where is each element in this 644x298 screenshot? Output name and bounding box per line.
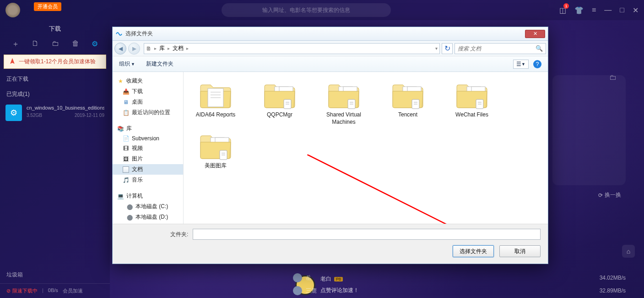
folder-item[interactable]: 美图图库 [188, 129, 243, 171]
folder-icon [198, 131, 233, 160]
trash-section[interactable]: 垃圾箱 [0, 266, 110, 283]
folder-picker-dialog: 选择文件夹 ✕ ◀ ▶ 🗎 ▸ 库 ▸ 文档 ▸ ▾ ↻ 🔍 组织 ▼ 新建文件… [112, 27, 548, 264]
content-card [552, 75, 626, 185]
organize-menu[interactable]: 组织 ▼ [119, 60, 135, 68]
tree-downloads[interactable]: 📥下载 [113, 86, 183, 97]
maximize-icon[interactable]: □ [620, 6, 624, 15]
doc-icon: 🗎 [146, 45, 152, 52]
breadcrumb[interactable]: 🗎 ▸ 库 ▸ 文档 ▸ ▾ [144, 43, 440, 54]
tree-drive-c[interactable]: ⬤本地磁盘 (C:) [113, 201, 183, 212]
folder-item[interactable]: WeChat Files [444, 78, 499, 127]
view-toggle[interactable]: ☰ ▼ [513, 60, 529, 69]
folder-item[interactable]: Tencent [380, 78, 435, 127]
global-search[interactable]: 输入网址、电影名等想要搜索的信息 [222, 3, 391, 17]
forward-button[interactable]: ▶ [128, 43, 140, 55]
dialog-close-button[interactable]: ✕ [525, 30, 545, 38]
folder-label: AIDA64 Reports [196, 111, 236, 119]
download-tab[interactable]: 下载 [0, 20, 110, 36]
file-grid[interactable]: AIDA64 ReportsQQPCMgrShared Virtual Mach… [184, 72, 548, 224]
home-shortcut[interactable]: ⌂ [622, 245, 635, 258]
rocket-icon [9, 58, 16, 66]
iso-icon: ⚙ [5, 105, 22, 121]
folder-item[interactable]: AIDA64 Reports [188, 78, 243, 127]
search-icon[interactable]: 🔍 [536, 45, 543, 52]
folder-label: Shared Virtual Machines [318, 111, 369, 126]
new-folder-button[interactable]: 新建文件夹 [146, 60, 173, 68]
folder-icon [262, 80, 298, 110]
vip-badge[interactable]: 开通会员 [34, 2, 61, 11]
tree-subversion[interactable]: 📄Subversion [113, 134, 183, 143]
downloading-section: 正在下载 [0, 71, 110, 86]
new-file-icon[interactable]: 🗋 [32, 39, 39, 49]
close-app-icon[interactable]: ✕ [633, 6, 639, 15]
back-button[interactable]: ◀ [114, 43, 126, 55]
breadcrumb-item[interactable]: 文档 [173, 44, 184, 52]
tree-desktop[interactable]: 🖥桌面 [113, 97, 183, 107]
folder-label: QQPCMgr [267, 111, 292, 119]
select-folder-button[interactable]: 选择文件夹 [453, 245, 494, 257]
app-icon [115, 30, 123, 38]
peer-name: 三鹿 [306, 287, 317, 295]
tree-computer[interactable]: 💻计算机 [113, 191, 183, 201]
chevron-down-icon[interactable]: ▾ [435, 46, 438, 51]
download-size: 3.52GB [27, 113, 42, 118]
speed-row: 三鹿 32.89MB/s [293, 286, 626, 295]
tree-video[interactable]: 🎞视频 [113, 143, 183, 154]
download-item[interactable]: ⚙ cn_windows_10_business_editions_versio… [0, 101, 110, 125]
folder-icon[interactable]: 🗀 [52, 39, 59, 49]
tree-library[interactable]: 📚库 [113, 123, 183, 134]
speed-limit-status[interactable]: ⊘ 限速下载中 [6, 287, 38, 294]
download-date: 2019-12-11 09 [75, 113, 104, 118]
folder-icon [390, 80, 426, 110]
refresh-button[interactable]: ↻ [442, 43, 453, 54]
dialog-title: 选择文件夹 [125, 30, 153, 38]
user-avatar[interactable] [5, 3, 20, 17]
folder-icon [326, 80, 362, 110]
help-button[interactable]: ? [533, 60, 541, 68]
nav-tree: ★收藏夹 📥下载 🖥桌面 📋最近访问的位置 📚库 📄Subversion 🎞视频… [113, 72, 184, 224]
tree-drive-d[interactable]: ⬤本地磁盘 (D:) [113, 212, 183, 222]
completed-section[interactable]: 已完成(1) [0, 86, 110, 101]
folder-label: Tencent [398, 111, 417, 119]
cancel-button[interactable]: 取消 [499, 245, 541, 257]
folder-label: 美图图库 [205, 162, 227, 170]
promo-text: 一键领取1-12个月会员加速体验 [19, 58, 96, 66]
peer-avatar [293, 286, 302, 295]
folder-item[interactable]: QQPCMgr [252, 78, 307, 127]
notification-icon[interactable]: ◫1 [559, 6, 566, 15]
folder-icon [198, 80, 233, 110]
folder-label: WeChat Files [455, 111, 488, 119]
explorer-search[interactable]: 🔍 [455, 43, 546, 54]
folder-input-label: 文件夹: [170, 231, 188, 238]
folder-icon [454, 80, 490, 110]
peer-name: 岳 [306, 274, 311, 282]
trash-icon[interactable]: 🗑 [72, 39, 79, 49]
peer-avatar [293, 273, 302, 282]
peer-speed: 32.89MB/s [600, 287, 626, 294]
add-icon[interactable]: ＋ [12, 39, 19, 49]
folder-name-input[interactable] [193, 229, 541, 240]
folder-item[interactable]: Shared Virtual Machines [316, 78, 371, 127]
explorer-search-input[interactable] [458, 45, 536, 52]
download-filename: cn_windows_10_business_editions_version_… [27, 105, 104, 111]
peer-speed: 34.02MB/s [600, 275, 626, 281]
promo-banner[interactable]: 一键领取1-12个月会员加速体验 [4, 55, 106, 69]
menu-icon[interactable]: ≡ [592, 6, 596, 15]
tree-pictures[interactable]: 🖼图片 [113, 154, 183, 164]
tree-music[interactable]: 🎵音乐 [113, 175, 183, 185]
tree-documents[interactable]: 文档 [113, 164, 183, 175]
member-boost[interactable]: 会员加速 [63, 287, 83, 294]
skin-icon[interactable]: 👕 [574, 6, 584, 15]
speed-row: 岳 34.02MB/s [293, 273, 626, 282]
minimize-icon[interactable]: — [604, 6, 612, 15]
speed-value: 0B/s [48, 287, 58, 294]
tree-recent[interactable]: 📋最近访问的位置 [113, 107, 183, 118]
breadcrumb-item[interactable]: 库 [159, 44, 165, 52]
tree-favorites[interactable]: ★收藏夹 [113, 76, 183, 86]
shuffle-button[interactable]: ⟳ 换一换 [598, 191, 621, 199]
svg-line-30 [307, 155, 536, 224]
settings-toolbar-icon[interactable]: ⚙ [92, 39, 98, 49]
